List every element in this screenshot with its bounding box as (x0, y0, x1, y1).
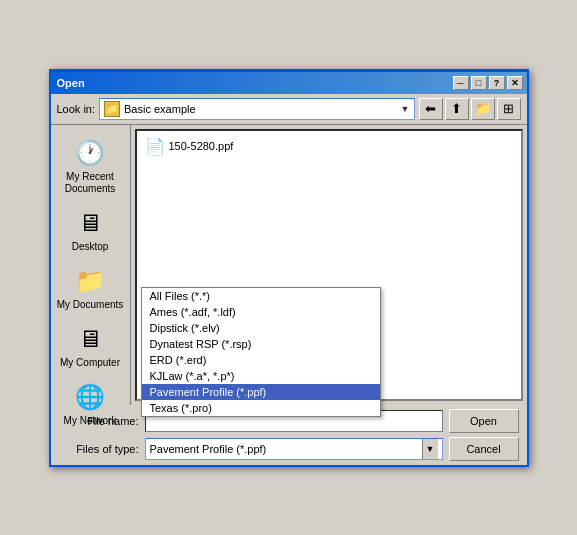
list-item[interactable]: 📄 150-5280.ppf (141, 135, 517, 158)
open-dialog: Open ─ □ ? ✕ Look in: 📁 Basic example ▼ … (49, 69, 529, 467)
dropdown-item-kjlaw[interactable]: KJLaw (*.a*, *.p*) (142, 368, 380, 384)
file-type-dropdown[interactable]: All Files (*.*) Ames (*.adf, *.ldf) Dips… (141, 287, 381, 417)
sidebar-item-recent[interactable]: 🕐 My RecentDocuments (54, 133, 126, 199)
title-bar-buttons: ─ □ ? ✕ (453, 76, 523, 90)
open-button[interactable]: Open (449, 409, 519, 433)
my-computer-icon: 🖥 (74, 323, 106, 355)
dropdown-item-texas[interactable]: Texas (*.pro) (142, 400, 380, 416)
file-icon: 📄 (145, 137, 163, 156)
bottom-section: All Files (*.*) Ames (*.adf, *.ldf) Dips… (51, 405, 527, 465)
dropdown-item-all-files[interactable]: All Files (*.*) (142, 288, 380, 304)
files-of-type-label: Files of type: (59, 443, 139, 455)
sidebar-item-desktop-label: Desktop (72, 241, 109, 253)
dropdown-item-erd[interactable]: ERD (*.erd) (142, 352, 380, 368)
minimize-button[interactable]: ─ (453, 76, 469, 90)
look-in-value: Basic example (124, 103, 397, 115)
close-button[interactable]: ✕ (507, 76, 523, 90)
title-bar: Open ─ □ ? ✕ (51, 72, 527, 94)
look-in-combo[interactable]: 📁 Basic example ▼ (99, 98, 414, 120)
look-in-label: Look in: (57, 103, 96, 115)
dropdown-item-dynatest[interactable]: Dynatest RSP (*.rsp) (142, 336, 380, 352)
sidebar-item-recent-label: My RecentDocuments (65, 171, 116, 195)
recent-docs-icon: 🕐 (74, 137, 106, 169)
nav-up-button[interactable]: ⬆ (445, 98, 469, 120)
files-of-type-value: Pavement Profile (*.ppf) (150, 443, 267, 455)
dialog-title: Open (57, 77, 85, 89)
open-btn-col: Open (449, 409, 519, 433)
help-button[interactable]: ? (489, 76, 505, 90)
look-in-dropdown-arrow[interactable]: ▼ (401, 104, 410, 114)
cancel-button[interactable]: Cancel (449, 437, 519, 461)
file-name: 150-5280.ppf (169, 140, 234, 152)
nav-buttons: ⬅ ⬆ 📁 ⊞ (419, 98, 521, 120)
sidebar-item-computer-label: My Computer (60, 357, 120, 369)
sidebar-item-computer[interactable]: 🖥 My Computer (54, 319, 126, 373)
nav-views-button[interactable]: ⊞ (497, 98, 521, 120)
sidebar: 🕐 My RecentDocuments 🖥 Desktop 📁 My Docu… (51, 125, 131, 405)
dropdown-item-pavement[interactable]: Pavement Profile (*.ppf) (142, 384, 380, 400)
sidebar-item-desktop[interactable]: 🖥 Desktop (54, 203, 126, 257)
dropdown-item-dipstick[interactable]: Dipstick (*.elv) (142, 320, 380, 336)
toolbar: Look in: 📁 Basic example ▼ ⬅ ⬆ 📁 ⊞ (51, 94, 527, 125)
sidebar-item-documents-label: My Documents (57, 299, 124, 311)
nav-new-folder-button[interactable]: 📁 (471, 98, 495, 120)
files-of-type-combo[interactable]: Pavement Profile (*.ppf) ▼ (145, 438, 443, 460)
folder-icon: 📁 (104, 101, 120, 117)
cancel-btn-col: Cancel (449, 437, 519, 461)
file-name-label: File name: (59, 415, 139, 427)
desktop-icon: 🖥 (74, 207, 106, 239)
maximize-button[interactable]: □ (471, 76, 487, 90)
sidebar-item-documents[interactable]: 📁 My Documents (54, 261, 126, 315)
dropdown-item-ames[interactable]: Ames (*.adf, *.ldf) (142, 304, 380, 320)
files-of-type-arrow[interactable]: ▼ (422, 439, 438, 459)
files-of-type-row: Files of type: Pavement Profile (*.ppf) … (59, 437, 519, 461)
nav-back-button[interactable]: ⬅ (419, 98, 443, 120)
my-documents-icon: 📁 (74, 265, 106, 297)
